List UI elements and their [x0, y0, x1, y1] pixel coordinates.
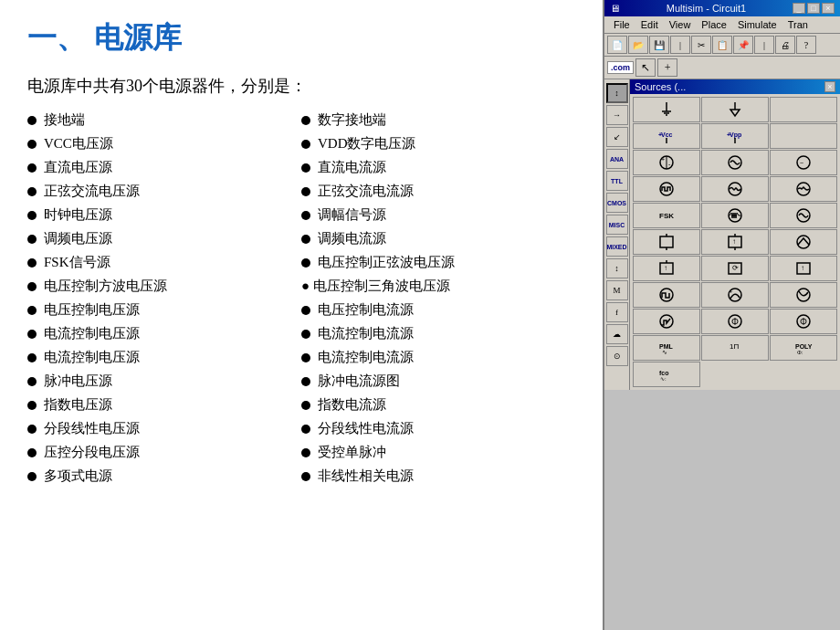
- sidebar-icon-3[interactable]: ANA: [606, 149, 628, 169]
- sidebar-icon-6[interactable]: MISC: [606, 215, 628, 235]
- pml-component[interactable]: PML∿: [633, 335, 700, 361]
- ground-component[interactable]: [633, 97, 700, 122]
- maximize-button[interactable]: □: [807, 3, 820, 14]
- item-text: 正弦交流电流源: [318, 183, 414, 200]
- vcc-component[interactable]: +Vcc: [633, 123, 700, 149]
- phi2-component[interactable]: Φ: [770, 309, 837, 334]
- sources-grid: +Vcc +Vpp +- ~: [630, 94, 840, 390]
- svg-text:FSK: FSK: [659, 212, 674, 220]
- open-button[interactable]: 📂: [628, 36, 648, 54]
- cccs-component[interactable]: ↑: [701, 229, 769, 255]
- bullet-icon: [301, 377, 310, 386]
- menu-item-place[interactable]: Place: [696, 18, 732, 31]
- sidebar-icon-11[interactable]: ☁: [606, 324, 628, 344]
- exp-minus-component[interactable]: -: [770, 282, 837, 308]
- item-text: 脉冲电压源: [44, 373, 112, 390]
- clock-component[interactable]: [633, 176, 700, 202]
- menu-item-edit[interactable]: Edit: [635, 18, 664, 31]
- item-text: 直流电压源: [44, 159, 112, 176]
- menu-item-tran[interactable]: Tran: [782, 18, 814, 31]
- bullet-icon: [301, 235, 310, 244]
- svg-text:Vcc: Vcc: [661, 131, 673, 138]
- svg-text:1Π: 1Π: [730, 342, 739, 351]
- list-item: 受控单脉冲: [301, 444, 575, 461]
- item-text: 指数电流源: [318, 396, 386, 414]
- cccs2-component[interactable]: ⟳: [701, 256, 769, 281]
- sidebar-icon-5[interactable]: CMOS: [606, 193, 628, 213]
- cut-button[interactable]: ✂: [691, 36, 711, 54]
- item-text: 分段线性电压源: [44, 420, 140, 437]
- sidebar-icon-7[interactable]: MIXED: [606, 236, 628, 257]
- fsk-component[interactable]: FSK: [633, 203, 700, 228]
- svg-text:Φ: Φ: [731, 317, 739, 327]
- svg-text:~: ~: [800, 160, 803, 166]
- list-item: VDD数字电压源: [301, 135, 575, 152]
- list-item: 数字接地端: [301, 111, 575, 129]
- current-source-component[interactable]: ↑: [770, 256, 837, 281]
- sidebar-icon-4[interactable]: TTL: [606, 171, 628, 191]
- list-item: 调频电压源: [27, 230, 301, 247]
- menu-item-simulate[interactable]: Simulate: [732, 18, 782, 31]
- bullet-icon: [301, 330, 310, 339]
- digital-ground-component[interactable]: [701, 97, 769, 122]
- copy-button[interactable]: 📋: [712, 36, 732, 54]
- item-text: ● 电压控制三角波电压源: [301, 278, 450, 295]
- vcvs-component[interactable]: [633, 229, 700, 255]
- cross-tool[interactable]: +: [657, 58, 677, 77]
- intro-text: 电源库中共有30个电源器件，分别是：: [27, 75, 575, 97]
- noise-component[interactable]: [701, 203, 769, 228]
- help-button[interactable]: ?: [796, 36, 816, 54]
- save-button[interactable]: 💾: [649, 36, 669, 54]
- item-text: FSK信号源: [44, 254, 110, 271]
- multisim-window: 🖥 Multisim - Circuit1 _ □ × FileEditView…: [603, 0, 840, 630]
- paste-button[interactable]: 📌: [733, 36, 753, 54]
- ac-component[interactable]: [701, 150, 769, 175]
- new-button[interactable]: 📄: [607, 36, 627, 54]
- sidebar-icon-12[interactable]: ⊙: [606, 346, 628, 366]
- sidebar-icon-1[interactable]: →: [606, 105, 628, 125]
- sources-close-button[interactable]: ×: [824, 81, 835, 92]
- am-component[interactable]: [701, 176, 769, 202]
- item-text: 数字接地端: [318, 111, 386, 129]
- item-text: 电流控制电压源: [44, 325, 140, 342]
- bullet-icon: [27, 377, 37, 386]
- menu-item-file[interactable]: File: [608, 18, 635, 31]
- vccs-component[interactable]: ↑: [633, 256, 700, 281]
- triangle-component[interactable]: [770, 229, 837, 255]
- item-text: VDD数字电压源: [318, 135, 416, 152]
- phi-component[interactable]: Φ: [701, 309, 769, 334]
- 1n-component[interactable]: 1Π: [701, 335, 769, 361]
- close-button[interactable]: ×: [822, 3, 835, 14]
- svg-text:Φ:: Φ:: [797, 350, 803, 355]
- minimize-button[interactable]: _: [793, 3, 805, 14]
- sine-controlled-component[interactable]: [770, 203, 837, 228]
- menu-bar: FileEditViewPlaceSimulateTran: [604, 16, 840, 34]
- fm-source-component[interactable]: ~: [770, 150, 837, 175]
- bullet-icon: [27, 401, 37, 410]
- poly-component[interactable]: POLYΦ:: [770, 335, 837, 361]
- bullet-icon: [301, 353, 310, 362]
- sidebar-icon-8[interactable]: ↕: [606, 258, 628, 278]
- pulse-voltage-component[interactable]: [633, 282, 700, 308]
- item-text: 电流控制电流源: [318, 325, 414, 342]
- page-title: 一、 电源库: [27, 18, 575, 58]
- piecewise-component[interactable]: [633, 309, 700, 334]
- sidebar-icon-9[interactable]: M: [606, 280, 628, 300]
- bullet-icon: [27, 211, 37, 220]
- bullet-icon: [301, 163, 310, 173]
- fco-component[interactable]: fco∿:: [633, 362, 700, 387]
- list-item: 分段线性电流源: [301, 420, 575, 437]
- list-item: 电流控制电流源: [301, 325, 575, 342]
- print-button[interactable]: 🖨: [775, 36, 795, 54]
- list-item: 直流电压源: [27, 159, 301, 176]
- fm-out-component[interactable]: [770, 176, 837, 202]
- sidebar-icon-0[interactable]: ↕: [606, 83, 628, 103]
- vdd-component[interactable]: +Vpp: [701, 123, 769, 149]
- sidebar-icon-2[interactable]: ↙: [606, 127, 628, 147]
- menu-item-view[interactable]: View: [664, 18, 697, 31]
- dc-voltage-component[interactable]: +-: [633, 150, 700, 175]
- sidebar-icon-10[interactable]: f: [606, 302, 628, 322]
- pointer-tool[interactable]: ↖: [635, 58, 656, 77]
- exp-plus-component[interactable]: +: [701, 282, 769, 308]
- item-text: 正弦交流电压源: [44, 183, 140, 200]
